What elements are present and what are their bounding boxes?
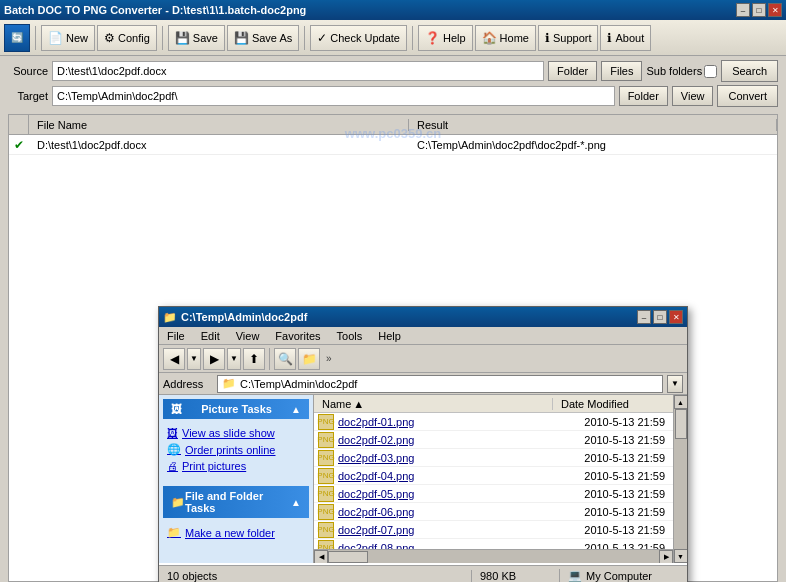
list-item: PNG doc2pdf-02.png 2010-5-13 21:59 [314,431,673,449]
home-icon: 🏠 [482,31,497,45]
save-as-button[interactable]: 💾 Save As [227,25,299,51]
print-pictures-item[interactable]: 🖨 Print pictures [167,458,305,474]
target-folder-button[interactable]: Folder [619,86,668,106]
check-icon: ✓ [317,31,327,45]
menu-favorites[interactable]: Favorites [271,330,324,342]
statusbar-location: 💻 My Computer [559,569,679,582]
list-item: PNG doc2pdf-05.png 2010-5-13 21:59 [314,485,673,503]
file-folder-collapse[interactable]: ▲ [291,497,301,508]
menu-view[interactable]: View [232,330,264,342]
filename-7[interactable]: doc2pdf-07.png [338,524,549,536]
target-input[interactable] [52,86,615,106]
support-label: Support [553,32,592,44]
vscroll-track [674,409,688,549]
source-folder-button[interactable]: Folder [548,61,597,81]
search-button[interactable]: Search [721,60,778,82]
save-label: Save [193,32,218,44]
vscroll-thumb[interactable] [675,409,687,439]
filename-5[interactable]: doc2pdf-05.png [338,488,549,500]
explorer-minimize-button[interactable]: – [637,310,651,324]
help-button[interactable]: ❓ Help [418,25,473,51]
hscroll-track [328,550,659,564]
list-item: PNG doc2pdf-04.png 2010-5-13 21:59 [314,467,673,485]
list-item: PNG doc2pdf-03.png 2010-5-13 21:59 [314,449,673,467]
support-button[interactable]: ℹ Support [538,25,599,51]
filename-6[interactable]: doc2pdf-06.png [338,506,549,518]
target-label: Target [8,90,48,102]
statusbar-objects: 10 objects [167,570,463,582]
forward-button[interactable]: ▶ [203,348,225,370]
main-container: Source Folder Files Sub folders Search T… [0,56,786,582]
maximize-button[interactable]: □ [752,3,766,17]
filedate-5: 2010-5-13 21:59 [549,488,669,500]
target-row: Target Folder View Convert [8,85,778,107]
save-icon: 💾 [175,31,190,45]
source-row: Source Folder Files Sub folders Search [8,60,778,82]
source-files-button[interactable]: Files [601,61,642,81]
filename-8[interactable]: doc2pdf-08.png [338,542,549,550]
target-view-button[interactable]: View [672,86,714,106]
subfolders-checkbox[interactable] [704,65,717,78]
folders-button[interactable]: 📁 [298,348,320,370]
status-checkmark: ✔ [9,138,29,152]
about-button[interactable]: ℹ About [600,25,651,51]
view-slideshow-item[interactable]: 🖼 View as slide show [167,425,305,441]
menu-file[interactable]: File [163,330,189,342]
back-dropdown[interactable]: ▼ [187,348,201,370]
filedate-3: 2010-5-13 21:59 [549,452,669,464]
filename-4[interactable]: doc2pdf-04.png [338,470,549,482]
hscroll-thumb[interactable] [328,551,368,563]
prints-icon: 🌐 [167,443,181,456]
name-column-header: Name ▲ [314,398,553,410]
path-rows: Source Folder Files Sub folders Search T… [0,56,786,114]
convert-button[interactable]: Convert [717,85,778,107]
file-name-cell: D:\test\1\doc2pdf.docx [29,139,409,151]
close-button[interactable]: ✕ [768,3,782,17]
address-dropdown-button[interactable]: ▼ [667,375,683,393]
explorer-maximize-button[interactable]: □ [653,310,667,324]
slideshow-label: View as slide show [182,427,275,439]
back-button[interactable]: ◀ [163,348,185,370]
filename-3[interactable]: doc2pdf-03.png [338,452,549,464]
file-folder-task-items: 📁 Make a new folder [163,520,309,545]
horizontal-scrollbar: ◀ ▶ [314,549,673,563]
config-button[interactable]: ⚙ Config [97,25,157,51]
check-update-button[interactable]: ✓ Check Update [310,25,407,51]
new-folder-icon: 📁 [167,526,181,539]
up-button[interactable]: ⬆ [243,348,265,370]
vscroll-up-button[interactable]: ▲ [674,395,688,409]
toolbar-separator-4 [412,26,413,50]
new-icon: 📄 [48,31,63,45]
forward-dropdown[interactable]: ▼ [227,348,241,370]
filedate-1: 2010-5-13 21:59 [549,416,669,428]
print-pictures-label: Print pictures [182,460,246,472]
make-new-folder-item[interactable]: 📁 Make a new folder [167,524,305,541]
hscroll-left-button[interactable]: ◀ [314,550,328,564]
search-folder-button[interactable]: 🔍 [274,348,296,370]
explorer-close-button[interactable]: ✕ [669,310,683,324]
filename-2[interactable]: doc2pdf-02.png [338,434,549,446]
minimize-button[interactable]: – [736,3,750,17]
toolbar-sep-1 [269,348,270,370]
address-value[interactable]: C:\Temp\Admin\doc2pdf [240,378,357,390]
explorer-window: 📁 C:\Temp\Admin\doc2pdf – □ ✕ File Edit … [158,306,688,582]
filename-1[interactable]: doc2pdf-01.png [338,416,549,428]
home-button[interactable]: 🏠 Home [475,25,536,51]
menu-help[interactable]: Help [374,330,405,342]
filedate-2: 2010-5-13 21:59 [549,434,669,446]
order-prints-item[interactable]: 🌐 Order prints online [167,441,305,458]
picture-tasks-collapse[interactable]: ▲ [291,404,301,415]
save-button[interactable]: 💾 Save [168,25,225,51]
subfolder-row: Sub folders [646,65,717,78]
help-label: Help [443,32,466,44]
hscroll-right-button[interactable]: ▶ [659,550,673,564]
vscroll-down-button[interactable]: ▼ [674,549,688,563]
new-button[interactable]: 📄 New [41,25,95,51]
source-input[interactable] [52,61,544,81]
menu-edit[interactable]: Edit [197,330,224,342]
explorer-file-list-container: Name ▲ Date Modified PNG doc2pdf-01.png … [314,395,673,563]
list-item: PNG doc2pdf-01.png 2010-5-13 21:59 [314,413,673,431]
make-folder-label: Make a new folder [185,527,275,539]
support-icon: ℹ [545,31,550,45]
menu-tools[interactable]: Tools [333,330,367,342]
